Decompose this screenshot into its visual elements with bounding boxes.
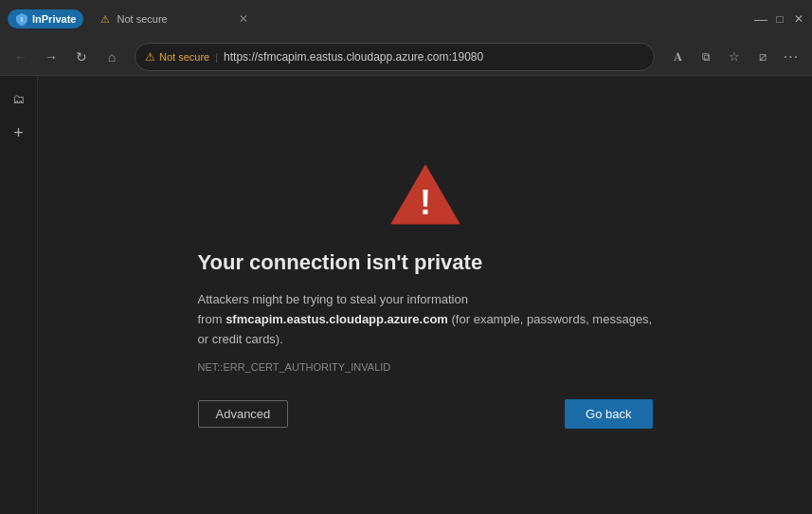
inprivate-icon: i — [15, 12, 28, 26]
forward-button[interactable]: → — [38, 44, 64, 70]
go-back-button[interactable]: Go back — [565, 399, 652, 429]
collections-button[interactable]: ⧄ — [749, 44, 776, 70]
favorites-button[interactable]: ☆ — [721, 44, 748, 70]
error-code: NET::ERR_CERT_AUTHORITY_INVALID — [198, 361, 391, 373]
advanced-button[interactable]: Advanced — [198, 400, 289, 428]
sidebar-tabs-button[interactable]: 🗂 — [4, 83, 34, 114]
inprivate-badge: i InPrivate — [8, 9, 83, 28]
button-row: Advanced Go back — [198, 399, 653, 429]
error-title: Your connection isn't private — [198, 250, 483, 275]
toolbar-actions: 𝐀 ⧉ ☆ ⧄ ··· — [664, 44, 804, 70]
warning-icon: ⚠ — [145, 50, 155, 64]
more-button[interactable]: ··· — [778, 44, 804, 70]
read-aloud-button[interactable]: 𝐀 — [664, 44, 691, 70]
warning-triangle-icon: ! — [388, 161, 463, 228]
title-bar: i InPrivate ⚠ Not secure ✕ — □ ✕ — [0, 0, 812, 38]
sidebar: 🗂 + — [0, 76, 38, 514]
back-button[interactable]: ← — [8, 44, 34, 70]
error-container: ! Your connection isn't private Attacker… — [179, 142, 672, 447]
svg-text:!: ! — [420, 183, 431, 222]
security-warning: ⚠ Not secure — [145, 50, 209, 64]
error-description: Attackers might be trying to steal your … — [198, 290, 653, 349]
svg-text:i: i — [21, 16, 23, 23]
home-button[interactable]: ⌂ — [99, 44, 125, 70]
main-content: ! Your connection isn't private Attacker… — [38, 76, 812, 514]
sidebar-add-button[interactable]: + — [4, 118, 34, 148]
close-button[interactable]: ✕ — [793, 13, 804, 25]
address-bar[interactable]: ⚠ Not secure | https://sfmcapim.eastus.c… — [135, 43, 655, 71]
split-screen-button[interactable]: ⧉ — [693, 44, 719, 70]
address-text: https://sfmcapim.eastus.cloudapp.azure.c… — [224, 50, 644, 64]
tab-close-button[interactable]: ✕ — [239, 12, 248, 26]
window-controls: — □ ✕ — [755, 13, 804, 25]
browser-toolbar: ← → ↻ ⌂ ⚠ Not secure | https://sfmcapim.… — [0, 38, 812, 76]
browser-tab[interactable]: ⚠ Not secure ✕ — [89, 5, 260, 33]
refresh-button[interactable]: ↻ — [68, 44, 95, 70]
minimize-button[interactable]: — — [755, 13, 767, 25]
tab-title: ⚠ Not secure — [100, 13, 167, 26]
maximize-button[interactable]: □ — [774, 13, 785, 25]
